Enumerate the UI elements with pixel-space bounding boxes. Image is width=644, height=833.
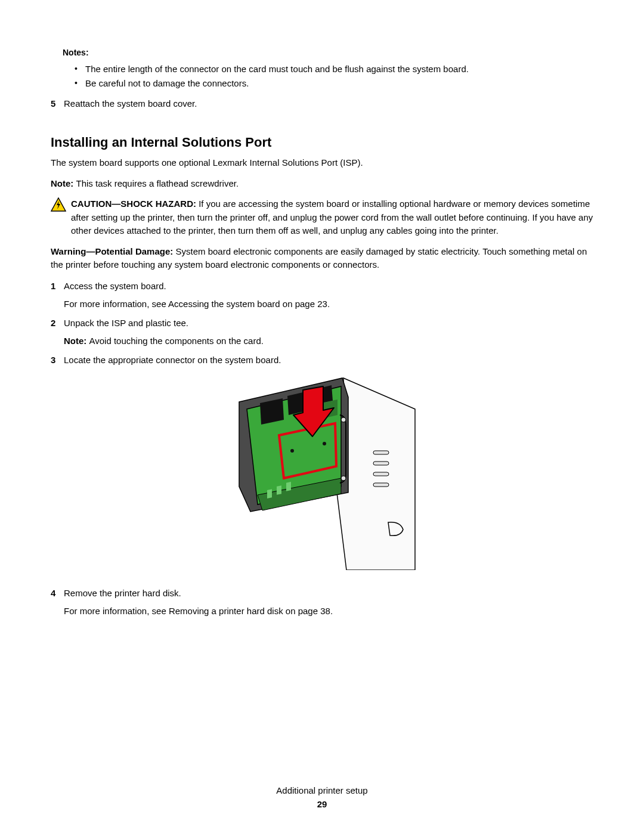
page-number: 29: [0, 799, 644, 809]
svg-point-10: [341, 417, 346, 422]
step-1-text: Access the system board.: [64, 281, 166, 291]
shock-hazard-icon: [51, 197, 66, 213]
step-5: Reattach the system board cover.: [51, 97, 593, 111]
continuation-steps: Reattach the system board cover.: [51, 97, 593, 111]
warning-paragraph: Warning—Potential Damage: System board e…: [51, 245, 593, 272]
section-intro: The system board supports one optional L…: [51, 156, 593, 170]
svg-point-9: [323, 442, 326, 445]
step-4-text: Remove the printer hard disk.: [64, 588, 181, 598]
section-note: Note: This task requires a flathead scre…: [51, 177, 593, 191]
notes-heading: Notes:: [63, 48, 593, 57]
step-1: Access the system board. For more inform…: [51, 279, 593, 311]
system-board-illustration-icon: [236, 373, 421, 570]
figure-system-board: [64, 373, 593, 574]
note-text: This task requires a flathead screwdrive…: [76, 178, 239, 188]
step-2: Unpack the ISP and plastic tee. Note: Av…: [51, 316, 593, 348]
footer-section-name: Additional printer setup: [0, 785, 644, 795]
svg-rect-3: [373, 472, 389, 476]
svg-point-11: [341, 476, 346, 481]
step-4: Remove the printer hard disk. For more i…: [51, 586, 593, 618]
svg-rect-5: [267, 489, 272, 498]
svg-rect-6: [277, 485, 281, 495]
caution-label: CAUTION—SHOCK HAZARD:: [71, 199, 199, 209]
page-footer: Additional printer setup 29: [0, 785, 644, 809]
warning-label: Warning—Potential Damage:: [51, 246, 175, 256]
svg-rect-2: [373, 462, 389, 465]
step-3-text: Locate the appropriate connector on the …: [64, 355, 281, 365]
step-2-note-text: Avoid touching the components on the car…: [89, 336, 264, 346]
step-4-sub: For more information, see Removing a pri…: [64, 604, 593, 618]
step-1-sub: For more information, see Accessing the …: [64, 297, 593, 311]
step-2-text: Unpack the ISP and plastic tee.: [64, 318, 188, 328]
notes-list: The entire length of the connector on th…: [75, 62, 593, 91]
caution-text-block: CAUTION—SHOCK HAZARD: If you are accessi…: [71, 197, 593, 238]
svg-rect-1: [373, 451, 389, 454]
svg-rect-4: [373, 483, 389, 487]
document-page: Notes: The entire length of the connecto…: [0, 0, 644, 833]
step-3: Locate the appropriate connector on the …: [51, 353, 593, 574]
note-item: The entire length of the connector on th…: [75, 62, 593, 76]
step-2-note: Note: Avoid touching the components on t…: [64, 334, 593, 348]
svg-rect-7: [286, 482, 291, 491]
section-heading: Installing an Internal Solutions Port: [51, 135, 593, 150]
procedure-steps: Access the system board. For more inform…: [51, 279, 593, 618]
step-2-note-label: Note:: [64, 336, 89, 346]
note-label: Note:: [51, 178, 76, 188]
caution-block: CAUTION—SHOCK HAZARD: If you are accessi…: [51, 197, 593, 238]
note-item: Be careful not to damage the connectors.: [75, 76, 593, 91]
svg-point-8: [290, 449, 294, 453]
